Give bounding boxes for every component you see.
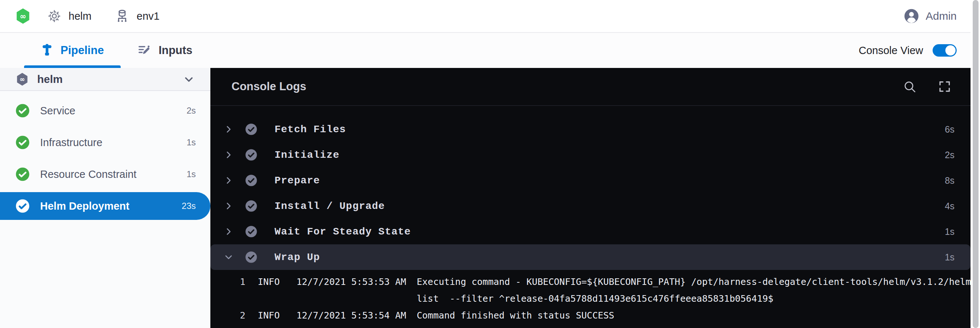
log-line-continuation[interactable]: list --filter ^release-04fa5788d11493e61… bbox=[231, 290, 956, 307]
search-icon[interactable] bbox=[903, 80, 916, 93]
sidebar-item-label: Infrastructure bbox=[40, 137, 102, 149]
sidebar-item-label: Resource Constraint bbox=[40, 168, 136, 181]
log-level: INFO bbox=[245, 307, 296, 324]
success-check-icon bbox=[15, 103, 30, 118]
step-label: Wrap Up bbox=[275, 252, 320, 263]
tab-pipeline-label: Pipeline bbox=[60, 44, 104, 57]
environment-breadcrumb[interactable]: env1 bbox=[115, 8, 160, 24]
step-label: Install / Upgrade bbox=[275, 200, 385, 212]
avatar-icon bbox=[904, 8, 919, 24]
step-success-icon bbox=[245, 251, 258, 264]
log-message: Command finished with status SUCCESS bbox=[417, 307, 956, 324]
sidebar-item-duration: 2s bbox=[187, 106, 196, 116]
step-duration: 1s bbox=[945, 252, 955, 262]
sidebar-item-label: Service bbox=[40, 105, 75, 117]
stage-name: helm bbox=[37, 73, 63, 85]
service-breadcrumb[interactable]: ∞ helm bbox=[14, 7, 92, 25]
console-view-toggle[interactable] bbox=[932, 44, 957, 57]
user-menu[interactable]: Admin bbox=[904, 8, 957, 24]
step-success-icon bbox=[245, 148, 258, 162]
log-line-number: 1 bbox=[231, 274, 245, 290]
sidebar-item-helm-deployment[interactable]: Helm Deployment 23s bbox=[0, 192, 210, 220]
log-line[interactable]: 2 INFO 12/7/2021 5:53:54 AM Command fini… bbox=[231, 307, 956, 324]
step-duration: 6s bbox=[945, 124, 955, 135]
log-timestamp: 12/7/2021 5:53:54 AM bbox=[296, 307, 417, 324]
console-logs-panel: Console Logs Fetch Files 6s Initia bbox=[210, 68, 970, 328]
log-message: Executing command - KUBECONFIG=${KUBECON… bbox=[417, 274, 970, 290]
pipeline-icon bbox=[41, 43, 53, 58]
step-duration: 1s bbox=[945, 226, 955, 237]
stage-header[interactable]: ∞ helm bbox=[0, 68, 210, 91]
step-label: Fetch Files bbox=[275, 124, 346, 135]
sidebar-item-duration: 1s bbox=[187, 169, 196, 179]
console-step-list: Fetch Files 6s Initialize 2s Prepare 8s … bbox=[210, 106, 970, 270]
inputs-icon bbox=[137, 43, 151, 58]
log-line-number: 2 bbox=[231, 307, 245, 324]
step-label: Wait For Steady State bbox=[275, 226, 411, 237]
log-message: list --filter ^release-04fa5788d11493e61… bbox=[417, 290, 956, 307]
environment-name: env1 bbox=[137, 10, 160, 22]
user-label: Admin bbox=[926, 10, 957, 22]
chevron-down-icon[interactable] bbox=[183, 73, 195, 85]
chevron-down-icon[interactable] bbox=[223, 253, 234, 261]
sidebar-item-label: Helm Deployment bbox=[40, 200, 129, 212]
environment-icon bbox=[115, 8, 129, 24]
chevron-right-icon[interactable] bbox=[223, 150, 234, 159]
console-view-label: Console View bbox=[859, 45, 923, 57]
console-step-prepare[interactable]: Prepare 8s bbox=[210, 168, 970, 193]
success-check-icon bbox=[15, 135, 30, 150]
step-label: Prepare bbox=[275, 175, 320, 186]
scrollbar-thumb[interactable] bbox=[973, 0, 978, 328]
service-hexagon-icon: ∞ bbox=[14, 7, 31, 25]
console-title: Console Logs bbox=[232, 80, 306, 93]
tab-bar: Pipeline Inputs Console View bbox=[0, 32, 980, 68]
sidebar-item-resource-constraint[interactable]: Resource Constraint 1s bbox=[0, 160, 210, 188]
step-duration: 8s bbox=[945, 175, 955, 186]
step-duration: 2s bbox=[945, 150, 955, 160]
console-step-wrap-up[interactable]: Wrap Up 1s bbox=[210, 244, 970, 270]
sidebar-item-service[interactable]: Service 2s bbox=[0, 97, 210, 125]
sidebar-item-duration: 1s bbox=[187, 138, 196, 147]
console-step-initialize[interactable]: Initialize 2s bbox=[210, 142, 970, 168]
step-success-icon bbox=[245, 200, 258, 213]
console-step-wait-for-steady-state[interactable]: Wait For Steady State 1s bbox=[210, 219, 970, 244]
svg-text:∞: ∞ bbox=[20, 75, 25, 83]
execution-sidebar: ∞ helm Service 2s Infrastructure 1s Reso… bbox=[0, 68, 210, 328]
tab-pipeline[interactable]: Pipeline bbox=[24, 33, 121, 68]
console-step-install-upgrade[interactable]: Install / Upgrade 4s bbox=[210, 193, 970, 219]
step-success-icon bbox=[245, 174, 258, 187]
sidebar-item-duration: 23s bbox=[181, 201, 196, 211]
step-success-icon bbox=[245, 225, 258, 238]
chevron-right-icon[interactable] bbox=[223, 125, 234, 134]
console-header: Console Logs bbox=[210, 68, 970, 106]
content-area: ∞ helm Service 2s Infrastructure 1s Reso… bbox=[0, 68, 980, 328]
chevron-right-icon[interactable] bbox=[223, 227, 234, 236]
log-output: 1 INFO 12/7/2021 5:53:53 AM Executing co… bbox=[210, 270, 970, 324]
success-check-icon-active bbox=[15, 199, 30, 213]
top-bar: ∞ helm env1 Admin bbox=[0, 0, 980, 32]
tab-inputs-label: Inputs bbox=[159, 44, 192, 57]
service-name: helm bbox=[68, 10, 92, 22]
success-check-icon bbox=[15, 167, 30, 182]
chevron-right-icon[interactable] bbox=[223, 202, 234, 210]
step-label: Initialize bbox=[275, 149, 339, 161]
toggle-knob bbox=[945, 45, 956, 56]
svg-text:∞: ∞ bbox=[20, 12, 26, 21]
log-line[interactable]: 1 INFO 12/7/2021 5:53:53 AM Executing co… bbox=[231, 274, 956, 290]
sidebar-item-infrastructure[interactable]: Infrastructure 1s bbox=[0, 128, 210, 156]
console-view-control: Console View bbox=[859, 33, 957, 68]
log-level: INFO bbox=[245, 274, 296, 290]
chevron-right-icon[interactable] bbox=[223, 176, 234, 185]
scrollbar-track bbox=[970, 0, 980, 328]
stage-hexagon-icon: ∞ bbox=[15, 72, 29, 86]
log-timestamp: 12/7/2021 5:53:53 AM bbox=[296, 274, 417, 290]
step-duration: 4s bbox=[945, 201, 955, 211]
console-step-fetch-files[interactable]: Fetch Files 6s bbox=[210, 117, 970, 142]
gear-icon bbox=[48, 9, 61, 23]
stage-step-list: Service 2s Infrastructure 1s Resource Co… bbox=[0, 91, 210, 224]
step-success-icon bbox=[245, 123, 258, 136]
fullscreen-icon[interactable] bbox=[938, 80, 951, 93]
tab-inputs[interactable]: Inputs bbox=[121, 33, 209, 68]
